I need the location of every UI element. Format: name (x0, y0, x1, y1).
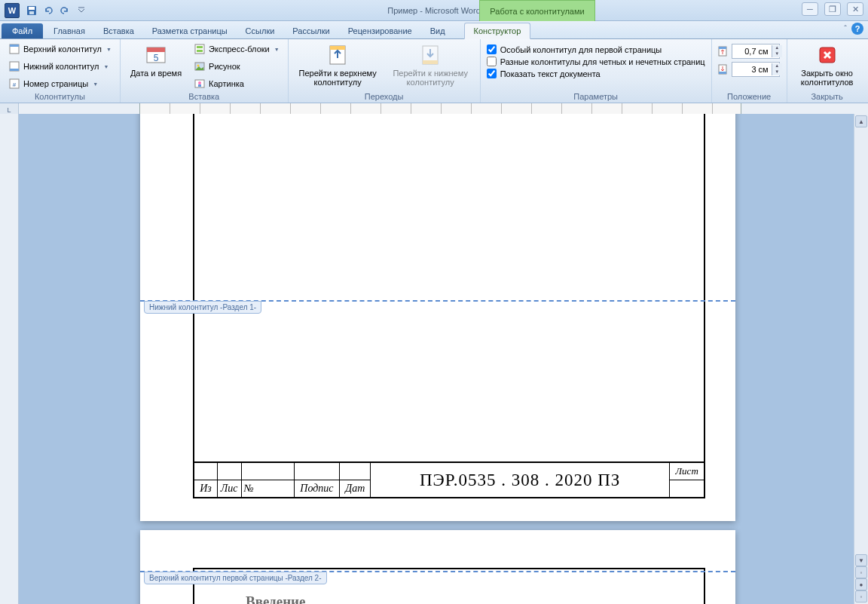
ribbon-tabs: Файл Главная Вставка Разметка страницы С… (0, 21, 868, 39)
vertical-scrollbar[interactable]: ▲ ▼ ◦ ● ◦ (854, 114, 868, 604)
svg-rect-13 (195, 44, 204, 54)
gost-list-label: Лист (670, 462, 704, 480)
svg-rect-26 (719, 47, 726, 49)
picture-label: Рисунок (209, 62, 240, 71)
group-close-label: Закрыть (792, 92, 863, 103)
title-bar: W Пример - Microsoft Word Работа с колон… (0, 0, 868, 21)
svg-point-19 (198, 81, 201, 84)
footer-label: Нижний колонтитул (23, 62, 99, 71)
close-hf-label: Закрыть окно колонтитулов (797, 69, 857, 87)
svg-text:#: # (13, 81, 17, 88)
goto-header-label: Перейти к верхнему колонтитулу (298, 69, 377, 87)
svg-rect-2 (29, 11, 34, 14)
tab-insert[interactable]: Вставка (94, 23, 143, 38)
group-position: ▲▼ ▲▼ Положение (712, 39, 787, 103)
group-header-footer: Верхний колонтитул▼ Нижний колонтитул▼ #… (0, 39, 121, 103)
page-number-button[interactable]: #Номер страницы▼ (5, 75, 115, 92)
svg-rect-14 (197, 46, 203, 48)
save-button[interactable] (24, 3, 39, 18)
quick-access-toolbar (24, 3, 89, 18)
goto-header-button[interactable]: Перейти к верхнему колонтитулу (293, 41, 383, 89)
date-time-label: Дата и время (130, 69, 182, 78)
header-button[interactable]: Верхний колонтитул▼ (5, 41, 115, 57)
svg-rect-15 (197, 50, 203, 52)
clipart-label: Картинка (209, 79, 244, 88)
group-insert-label: Вставка (125, 92, 283, 103)
gost-code: ПЭР.0535 . 308 . 2020 ПЗ (420, 471, 620, 489)
odd-even-diff-label: Разные колонтитулы для четных и нечетных… (500, 57, 705, 66)
group-nav-label: Переходы (293, 92, 475, 103)
footer-button[interactable]: Нижний колонтитул▼ (5, 58, 115, 75)
redo-button[interactable] (57, 3, 72, 18)
qat-customize-button[interactable] (74, 3, 89, 18)
tab-mailings[interactable]: Рассылки (283, 23, 338, 38)
first-page-diff-label: Особый колонтитул для первой страницы (500, 45, 662, 54)
svg-rect-22 (330, 46, 345, 50)
document-canvas[interactable]: Нижний колонтитул -Раздел 1- ПЭР.0535 . … (19, 114, 854, 604)
svg-rect-7 (10, 69, 19, 71)
contextual-tab-title: Работа с колонтитулами (479, 0, 595, 21)
group-hf-label: Колонтитулы (5, 92, 115, 103)
odd-even-diff-checkbox[interactable]: Разные колонтитулы для четных и нечетных… (485, 56, 707, 67)
close-hf-button[interactable]: Закрыть окно колонтитулов (792, 41, 863, 89)
gost-col-date: Дат (340, 480, 371, 498)
svg-rect-11 (147, 48, 165, 52)
next-page-button[interactable]: ◦ (855, 590, 867, 602)
heading-vvedenie: Введение (246, 590, 694, 604)
show-doc-text-checkbox[interactable]: Показать текст документа (485, 68, 707, 79)
app-letter: W (8, 6, 16, 15)
prev-page-button[interactable]: ◦ (855, 566, 867, 578)
window-controls: ─ ❐ ✕ (802, 2, 863, 16)
group-opts-label: Параметры (485, 92, 707, 103)
group-close: Закрыть окно колонтитулов Закрыть (787, 39, 867, 103)
group-navigation: Перейти к верхнему колонтитулу Перейти к… (289, 39, 481, 103)
group-pos-label: Положение (717, 92, 782, 103)
footer-from-bottom-spinner[interactable]: ▲▼ (717, 62, 782, 77)
restore-button[interactable]: ❐ (824, 2, 841, 16)
svg-rect-24 (423, 60, 438, 64)
svg-text:5: 5 (154, 53, 159, 63)
date-time-button[interactable]: 5 Дата и время (125, 41, 187, 80)
header-from-top-spinner[interactable]: ▲▼ (717, 44, 782, 59)
header-label: Верхний колонтитул (23, 44, 102, 54)
work-area: Нижний колонтитул -Раздел 1- ПЭР.0535 . … (0, 114, 868, 604)
tab-references[interactable]: Ссылки (237, 23, 284, 38)
footer-tag: Нижний колонтитул -Раздел 1- (144, 301, 261, 314)
app-icon[interactable]: W (5, 3, 20, 18)
minimize-ribbon-button[interactable]: ˆ (844, 24, 847, 33)
vertical-ruler[interactable] (0, 114, 19, 604)
group-options: Особый колонтитул для первой страницы Ра… (481, 39, 712, 103)
picture-button[interactable]: Рисунок (190, 58, 283, 75)
page-number-label: Номер страницы (23, 79, 88, 88)
tab-home[interactable]: Главная (44, 23, 94, 38)
goto-footer-button: Перейти к нижнему колонтитулу (386, 41, 475, 89)
body-text: Введение Отделочные работы представляют … (208, 590, 694, 604)
tab-layout[interactable]: Разметка страницы (143, 23, 237, 38)
page-2: Верхний колонтитул первой страницы -Разд… (140, 530, 735, 604)
page-1: Нижний колонтитул -Раздел 1- ПЭР.0535 . … (140, 114, 735, 521)
tab-review[interactable]: Рецензирование (339, 23, 421, 38)
minimize-button[interactable]: ─ (802, 2, 818, 16)
tab-view[interactable]: Вид (421, 23, 454, 38)
gost-col-izm: Из (194, 480, 217, 498)
svg-rect-5 (10, 44, 19, 47)
tab-design[interactable]: Конструктор (464, 23, 531, 39)
ribbon: Верхний колонтитул▼ Нижний колонтитул▼ #… (0, 39, 868, 103)
first-page-diff-checkbox[interactable]: Особый колонтитул для первой страницы (485, 44, 707, 55)
gost-col-no: № (241, 480, 294, 498)
gost-col-sign: Подпис (294, 480, 340, 498)
window-title: Пример - Microsoft Word (387, 6, 481, 15)
quick-parts-label: Экспресс-блоки (209, 44, 270, 54)
header-tag: Верхний колонтитул первой страницы -Разд… (144, 572, 327, 584)
tab-file[interactable]: Файл (2, 23, 43, 38)
help-button[interactable]: ? (851, 23, 863, 35)
gost-stamp: ПЭР.0535 . 308 . 2020 ПЗ Лист Из Лис № П… (193, 461, 705, 498)
svg-rect-28 (719, 72, 726, 74)
scroll-down-button[interactable]: ▼ (855, 554, 867, 566)
scroll-up-button[interactable]: ▲ (855, 115, 867, 127)
undo-button[interactable] (41, 3, 56, 18)
quick-parts-button[interactable]: Экспресс-блоки▼ (190, 41, 283, 57)
close-button[interactable]: ✕ (847, 2, 863, 16)
clipart-button[interactable]: Картинка (190, 75, 283, 92)
browse-object-button[interactable]: ● (855, 578, 867, 590)
